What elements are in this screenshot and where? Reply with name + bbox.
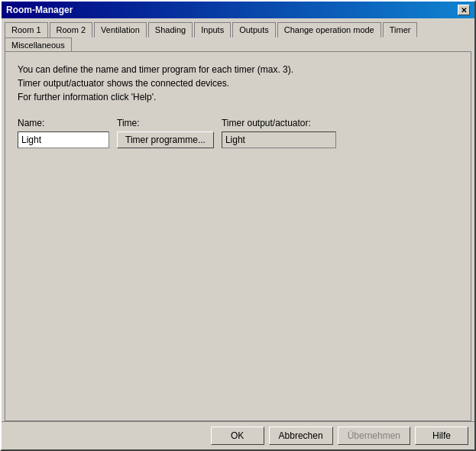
info-text: You can define the name and timer progra… bbox=[18, 63, 458, 104]
timer-programme-button[interactable]: Timer programme... bbox=[117, 131, 214, 148]
apply-button[interactable]: Übernehmen bbox=[338, 427, 410, 445]
title-bar: Room-Manager ✕ bbox=[2, 2, 474, 18]
timer-output-label: Timer output/actuator: bbox=[222, 118, 336, 128]
bottom-bar: OK Abbrechen Übernehmen Hilfe bbox=[2, 421, 474, 449]
cancel-button[interactable]: Abbrechen bbox=[269, 427, 333, 445]
window-title: Room-Manager bbox=[6, 5, 73, 15]
name-label: Name: bbox=[18, 118, 109, 128]
timer-output-field-group: Timer output/actuator: bbox=[222, 118, 336, 148]
close-button[interactable]: ✕ bbox=[458, 5, 470, 15]
info-line1: You can define the name and timer progra… bbox=[18, 63, 458, 76]
tab-shading[interactable]: Shading bbox=[148, 22, 193, 37]
tab-bar: Room 1 Room 2 Ventilation Shading Inputs… bbox=[2, 18, 474, 51]
tab-room2[interactable]: Room 2 bbox=[50, 22, 93, 37]
fields-row: Name: Time: Timer programme... Timer out… bbox=[18, 118, 458, 148]
time-field-group: Time: Timer programme... bbox=[117, 118, 214, 148]
tab-change-op-mode[interactable]: Change operation mode bbox=[277, 22, 381, 37]
timer-output-input[interactable] bbox=[222, 131, 336, 148]
tab-inputs[interactable]: Inputs bbox=[194, 22, 231, 37]
tab-timer[interactable]: Timer bbox=[383, 22, 418, 37]
name-input[interactable] bbox=[18, 131, 109, 148]
tab-content: You can define the name and timer progra… bbox=[5, 51, 471, 421]
info-line2: Timer output/actuator shows the connecte… bbox=[18, 76, 458, 90]
time-label: Time: bbox=[117, 118, 214, 128]
tab-miscellaneous[interactable]: Miscellaneous bbox=[5, 37, 72, 52]
tab-ventilation[interactable]: Ventilation bbox=[94, 22, 147, 37]
name-field-group: Name: bbox=[18, 118, 109, 148]
tab-outputs[interactable]: Outputs bbox=[232, 22, 276, 37]
help-button[interactable]: Hilfe bbox=[415, 427, 468, 445]
main-window: Room-Manager ✕ Room 1 Room 2 Ventilation… bbox=[0, 0, 476, 451]
tab-room1[interactable]: Room 1 bbox=[5, 22, 48, 37]
ok-button[interactable]: OK bbox=[211, 427, 264, 445]
info-line3: For further information click 'Help'. bbox=[18, 90, 458, 104]
